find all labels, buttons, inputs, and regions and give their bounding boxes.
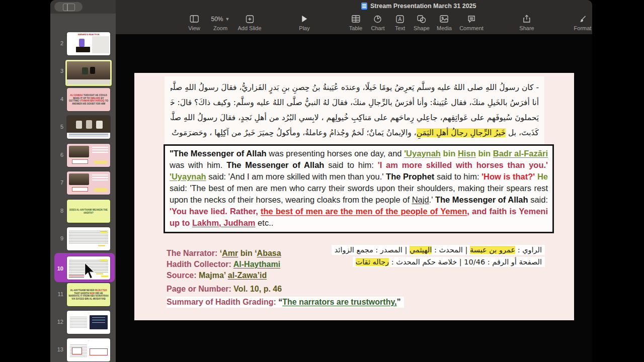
window-title-text: Stream Presentation March 31 2025	[370, 3, 476, 10]
slide-number: 13	[50, 346, 63, 352]
media-button[interactable]: Media	[437, 14, 452, 31]
slide-thumbnail-8[interactable]: 8 DOES AL-HAYTHAMI WEAKEN THE HADITH?	[50, 200, 116, 223]
slide-navigator: 2 SMEARD'S REACTION 3 4 ALI DAWAH THOUGH…	[50, 0, 116, 362]
grading-row: Summary of Hadith Grading: “The narrator…	[167, 297, 404, 308]
thumbnail-video	[67, 116, 110, 139]
chart-icon	[371, 14, 385, 24]
text-button[interactable]: A Text	[395, 14, 405, 31]
thumbnail-text: AL-HAYTHAMI NEVER REJECTED THAT HADITH N…	[67, 283, 110, 306]
comment-icon	[459, 14, 484, 24]
thumbnail-document	[67, 227, 110, 250]
thumbnail-text: ALI DAWAH THOUGHT HE COULD MAKE IT UP TO…	[67, 88, 110, 111]
keynote-window: Stream Presentation March 31 2025 View 5…	[50, 0, 592, 362]
slide-number: 3	[50, 68, 63, 74]
share-button[interactable]: Share	[519, 14, 534, 31]
screen: Stream Presentation March 31 2025 View 5…	[0, 0, 644, 362]
view-button[interactable]: View	[188, 14, 200, 31]
chart-button[interactable]: Chart	[371, 14, 385, 31]
slide-thumbnail-4[interactable]: 4 ALI DAWAH THOUGHT HE COULD MAKE IT UP …	[50, 88, 116, 111]
slide-number: 6	[50, 152, 63, 158]
window-tab-pill-button[interactable]	[54, 2, 83, 12]
shape-button[interactable]: Shape	[414, 14, 430, 31]
collector-row: Hadith Collector: Al-Haythami	[167, 259, 280, 270]
play-icon	[299, 14, 309, 24]
slide-number: 10	[50, 265, 63, 272]
slide-thumbnail-10-selected[interactable]: 10	[50, 255, 116, 280]
english-translation-box[interactable]: "The Messenger of Allah was presenting h…	[164, 144, 554, 233]
thumbnail-text: DOES AL-HAYTHAMI WEAKEN THE HADITH?	[67, 200, 110, 223]
mouse-cursor	[84, 262, 96, 280]
slide-thumbnail-6[interactable]: 6	[50, 144, 116, 167]
format-button[interactable]: Format	[574, 14, 592, 31]
slide-number: 2	[50, 40, 63, 46]
slide-thumbnail-12[interactable]: 12 ◦◦◦	[50, 311, 116, 334]
narrator-row: The Narrator: ‘Amr bin ‘Abasa	[167, 248, 281, 259]
window-icon	[63, 4, 75, 11]
arabic-hadith-text[interactable]: - كان رسولُ اللهِ صلى اللهُ عليه وسلَّم …	[171, 80, 539, 140]
zoom-control[interactable]: 50%▼ Zoom	[211, 14, 230, 31]
text-icon: A	[395, 14, 405, 24]
slide-thumbnail-3[interactable]: 3	[50, 60, 116, 83]
chevron-down-icon: ▼	[225, 17, 230, 22]
arabic-meta-line-1: الراوي : عمرو بن عبسة | المحدث : الهيثمي…	[332, 245, 545, 255]
add-slide-icon	[237, 14, 261, 24]
play-button[interactable]: Play	[299, 14, 309, 31]
slide-thumbnail-7[interactable]: 7	[50, 171, 116, 195]
zoom-value: 50%	[211, 16, 223, 23]
slide-thumbnail-5[interactable]: 5	[50, 116, 116, 139]
thumbnail-document: ◦◦◦	[67, 338, 110, 361]
arabic-meta-line-2: الصفحة أو الرقم : 10/46 | خلاصة حكم المح…	[353, 257, 545, 267]
thumbnail-media	[67, 171, 110, 195]
toolbar: Stream Presentation March 31 2025 View 5…	[116, 0, 592, 34]
shape-icon	[414, 14, 430, 24]
thumbnail-image: SMEARD'S REACTION	[67, 32, 110, 55]
slide-number: 7	[50, 179, 63, 186]
share-icon	[519, 14, 534, 24]
thumbnail-document: ◦◦◦	[67, 311, 110, 334]
document-icon	[361, 3, 367, 10]
svg-text:A: A	[398, 17, 402, 22]
window-title: Stream Presentation March 31 2025	[361, 3, 476, 10]
page-row: Page or Number: Vol. 10, p. 46	[167, 284, 282, 295]
current-slide[interactable]: - كان رسولُ اللهِ صلى اللهُ عليه وسلَّم …	[134, 73, 574, 320]
slide-number: 11	[50, 291, 63, 297]
table-icon	[349, 14, 362, 24]
comment-button[interactable]: Comment	[459, 14, 484, 31]
thumbnail-media	[67, 144, 110, 167]
slide-thumbnail-9[interactable]: 9	[50, 227, 116, 250]
sidebar-view-icon	[188, 14, 200, 24]
media-icon	[437, 14, 452, 24]
slide-thumbnail-13[interactable]: 13 ◦◦◦	[50, 338, 116, 361]
slide-number: 9	[50, 235, 63, 241]
arabic-metadata[interactable]: الراوي : عمرو بن عبسة | المحدث : الهيثمي…	[303, 245, 545, 269]
add-slide-button[interactable]: Add Slide	[237, 14, 261, 31]
slide-thumbnail-2[interactable]: 2 SMEARD'S REACTION	[50, 32, 116, 55]
slide-number: 12	[50, 319, 63, 325]
slide-number: 5	[50, 124, 63, 130]
thumbnail-video	[65, 60, 112, 86]
format-paintbrush-icon	[574, 14, 592, 24]
table-button[interactable]: Table	[349, 14, 362, 31]
source-row: Source: Majma’ al-Zawa’id	[167, 270, 267, 281]
slide-number: 8	[50, 208, 63, 214]
slide-number: 4	[50, 96, 63, 102]
slide-thumbnail-11[interactable]: 11 AL-HAYTHAMI NEVER REJECTED THAT HADIT…	[50, 283, 116, 306]
editor-canvas[interactable]: - كان رسولُ اللهِ صلى اللهُ عليه وسلَّم …	[116, 34, 592, 362]
